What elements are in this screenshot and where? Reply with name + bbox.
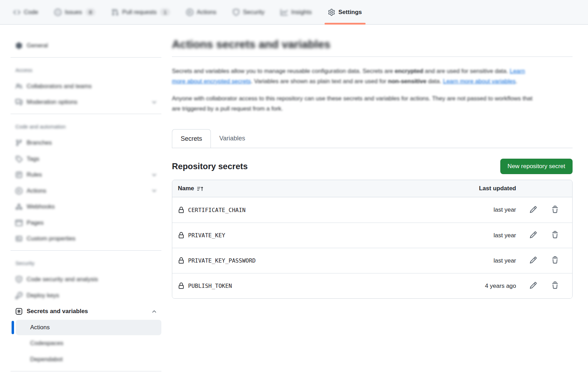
- description-text: . Variables are shown as plain text and …: [251, 78, 388, 85]
- sidebar-item-label: Moderation options: [27, 99, 147, 106]
- secrets-table: Name Last updated CERTIFICATE_CHAIN last…: [172, 180, 573, 299]
- secret-name: CERTIFICATE_CHAIN: [188, 207, 246, 213]
- play-icon: [186, 9, 193, 16]
- trash-icon: [551, 231, 559, 240]
- column-name-label: Name: [178, 185, 194, 192]
- git-branch-icon: [15, 139, 22, 146]
- sidebar-item-pages[interactable]: Pages: [11, 215, 161, 231]
- sidebar-item-webhooks[interactable]: Webhooks: [11, 199, 161, 214]
- description-text: and are used for sensitive data.: [423, 68, 510, 74]
- sidebar-subitem-codespaces[interactable]: Codespaces: [11, 336, 161, 351]
- pencil-icon: [529, 256, 537, 265]
- sidebar-item-secrets-and-variables[interactable]: Secrets and variables: [11, 304, 161, 319]
- id-badge-icon: [15, 235, 22, 242]
- settings-sidebar: General Access Collaborators and teams M…: [11, 25, 161, 371]
- play-icon: [15, 187, 22, 194]
- sidebar-item-label: Webhooks: [27, 203, 158, 210]
- pencil-icon: [529, 206, 537, 214]
- people-icon: [15, 83, 22, 90]
- edit-secret-button[interactable]: [528, 280, 539, 292]
- chevron-down-icon: [151, 172, 157, 178]
- trash-icon: [551, 256, 559, 265]
- tab-label: Security: [243, 9, 265, 16]
- description-text: Secrets and variables allow you to manag…: [172, 68, 395, 74]
- page-title: Actions secrets and variables: [172, 38, 573, 57]
- sidebar-item-deploy-keys[interactable]: Deploy keys: [11, 288, 161, 303]
- secret-name: PUBLISH_TOKEN: [188, 283, 232, 289]
- description-text: data.: [426, 78, 443, 85]
- description-bold: non-sensitive: [388, 78, 427, 85]
- sidebar-item-actions[interactable]: Actions: [11, 183, 161, 199]
- pencil-icon: [529, 231, 537, 240]
- sidebar-item-label: Deploy keys: [27, 292, 158, 299]
- sidebar-item-code-security[interactable]: Code security and analysis: [11, 272, 161, 287]
- edit-secret-button[interactable]: [528, 230, 539, 241]
- table-row: PRIVATE_KEY last year: [172, 223, 572, 248]
- sidebar-divider: [11, 57, 161, 58]
- description-text: .: [516, 78, 517, 85]
- sort-ascending-icon: [197, 186, 203, 192]
- sidebar-divider: [11, 114, 161, 114]
- sidebar-section-security: Security: [11, 258, 161, 269]
- sidebar-item-label: General: [27, 42, 158, 49]
- tab-settings[interactable]: Settings: [322, 0, 368, 25]
- tab-code[interactable]: Code: [8, 0, 44, 25]
- sidebar-item-label: Tags: [27, 156, 158, 163]
- settings-content: Actions secrets and variables Secrets an…: [172, 25, 588, 299]
- secret-last-updated: last year: [446, 232, 516, 239]
- delete-secret-button[interactable]: [550, 280, 560, 292]
- gear-icon: [15, 42, 22, 49]
- secret-name: PRIVATE_KEY_PASSWORD: [188, 257, 256, 264]
- title-divider: [172, 57, 573, 57]
- code-icon: [13, 9, 20, 16]
- sidebar-item-label: Dependabot: [30, 356, 63, 363]
- sidebar-divider: [11, 371, 161, 371]
- tab-pull-requests[interactable]: Pull requests 1: [106, 0, 176, 25]
- tab-issues[interactable]: Issues 8: [49, 0, 101, 25]
- tab-security[interactable]: Security: [227, 0, 270, 25]
- secret-last-updated: 4 years ago: [446, 283, 516, 290]
- tab-secrets[interactable]: Secrets: [172, 129, 211, 148]
- sidebar-item-label: Actions: [30, 324, 50, 331]
- sidebar-item-label: Actions: [27, 187, 147, 194]
- link-variables[interactable]: Learn more about variables: [443, 78, 516, 85]
- new-repository-secret-button[interactable]: New repository secret: [500, 159, 573, 174]
- sidebar-item-branches[interactable]: Branches: [11, 135, 161, 151]
- sidebar-item-custom-properties[interactable]: Custom properties: [11, 231, 161, 246]
- table-row: PRIVATE_KEY_PASSWORD last year: [172, 248, 572, 273]
- delete-secret-button[interactable]: [550, 204, 560, 216]
- sidebar-section-access: Access: [11, 65, 161, 76]
- issue-opened-icon: [54, 9, 61, 16]
- sidebar-subitem-dependabot[interactable]: Dependabot: [11, 352, 161, 367]
- lock-icon: [178, 257, 185, 264]
- lock-icon: [178, 207, 185, 213]
- tab-label: Code: [24, 9, 38, 16]
- sidebar-item-label: Secrets and variables: [27, 308, 147, 315]
- tag-icon: [15, 156, 22, 163]
- sidebar-subitem-actions[interactable]: Actions: [16, 320, 161, 335]
- chevron-down-icon: [151, 99, 157, 105]
- edit-secret-button[interactable]: [528, 204, 539, 216]
- sidebar-item-moderation[interactable]: Moderation options: [11, 94, 161, 110]
- tab-variables[interactable]: Variables: [211, 129, 254, 148]
- edit-secret-button[interactable]: [528, 255, 539, 266]
- sidebar-item-label: Rules: [27, 171, 147, 178]
- delete-secret-button[interactable]: [550, 255, 560, 266]
- sidebar-item-label: Code security and analysis: [27, 276, 158, 283]
- delete-secret-button[interactable]: [550, 230, 560, 241]
- sidebar-item-rules[interactable]: Rules: [11, 167, 161, 183]
- lock-icon: [178, 283, 185, 289]
- tab-label: Settings: [339, 9, 362, 16]
- repo-tab-bar: Code Issues 8 Pull requests 1 Actions Se…: [0, 0, 588, 25]
- chevron-up-icon: [151, 309, 157, 315]
- tab-insights[interactable]: Insights: [275, 0, 318, 25]
- sidebar-section-code-automation: Code and automation: [11, 121, 161, 132]
- sidebar-item-general[interactable]: General: [11, 38, 161, 53]
- column-name[interactable]: Name: [172, 185, 446, 192]
- sidebar-item-tags[interactable]: Tags: [11, 151, 161, 167]
- git-pull-request-icon: [112, 9, 119, 16]
- sidebar-item-collaborators[interactable]: Collaborators and teams: [11, 79, 161, 94]
- asterisk-box-icon: [15, 308, 22, 315]
- tab-actions[interactable]: Actions: [181, 0, 222, 25]
- tab-label: Insights: [291, 9, 312, 16]
